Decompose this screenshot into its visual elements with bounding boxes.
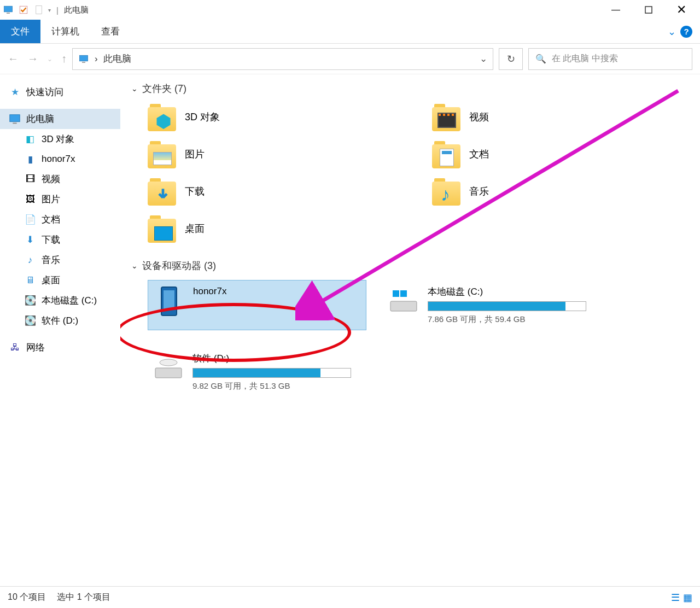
folder-icon: [148, 103, 176, 131]
svg-rect-7: [10, 114, 20, 121]
phone-icon: ▮: [24, 153, 36, 165]
titlebar: ▾ | 此电脑 — ✕: [0, 0, 700, 20]
svg-rect-15: [155, 368, 182, 378]
nav-history-dropdown-icon[interactable]: ⌄: [47, 55, 52, 63]
svg-rect-0: [4, 6, 13, 12]
svg-rect-11: [164, 290, 174, 310]
view-details-icon[interactable]: ☰: [671, 592, 680, 604]
sidebar-item-music[interactable]: ♪音乐: [0, 250, 120, 270]
svg-rect-12: [390, 301, 417, 311]
sidebar-item-pictures[interactable]: 🖼图片: [0, 189, 120, 209]
sidebar-item-label: 此电脑: [26, 113, 54, 125]
device-label: 本地磁盘 (C:): [428, 285, 618, 298]
section-title: 文件夹 (7): [142, 82, 186, 95]
section-devices-header[interactable]: ⌄ 设备和驱动器 (3): [131, 259, 695, 272]
navbar: ← → ⌄ ↑ › 此电脑 ⌄ ↻ 🔍 在 此电脑 中搜索: [0, 44, 700, 74]
help-icon[interactable]: ?: [680, 26, 692, 38]
folder-label: 桌面: [185, 222, 205, 235]
statusbar: 10 个项目 选中 1 个项目 ☰ ▦: [0, 586, 700, 608]
sidebar-item-label: 桌面: [42, 274, 60, 287]
cube-icon: ◧: [24, 133, 36, 145]
drive-usage-text: 9.82 GB 可用，共 51.3 GB: [192, 381, 361, 391]
document-icon: 📄: [24, 214, 36, 226]
svg-rect-6: [82, 62, 85, 63]
device-drive-d[interactable]: 软件 (D:) 9.82 GB 可用，共 51.3 GB: [148, 347, 366, 397]
doc-icon: [33, 5, 45, 15]
drive-usage-text: 7.86 GB 可用，共 59.4 GB: [428, 314, 618, 325]
sidebar-item-documents[interactable]: 📄文档: [0, 209, 120, 230]
window-title: 此电脑: [64, 5, 89, 15]
sidebar-this-pc[interactable]: 此电脑: [0, 109, 120, 129]
drive-usage-bar: [428, 301, 586, 311]
sidebar-item-drive-c[interactable]: 💽本地磁盘 (C:): [0, 290, 120, 311]
folder-icon: [432, 140, 460, 168]
phone-icon: [154, 286, 184, 317]
picture-icon: 🖼: [24, 194, 36, 206]
download-icon: ⬇: [24, 234, 36, 246]
sidebar-item-drive-d[interactable]: 💽软件 (D:): [0, 311, 120, 331]
pc-icon: [78, 54, 89, 64]
sidebar-quick-access[interactable]: ★ 快速访问: [0, 82, 120, 102]
device-drive-c[interactable]: 本地磁盘 (C:) 7.86 GB 可用，共 59.4 GB: [383, 280, 623, 330]
search-input[interactable]: 🔍 在 此电脑 中搜索: [528, 48, 692, 70]
folder-label: 3D 对象: [185, 110, 220, 124]
folder-icon: [148, 177, 176, 206]
minimize-button[interactable]: —: [599, 0, 632, 20]
device-label: honor7x: [193, 286, 360, 297]
close-button[interactable]: ✕: [665, 0, 698, 20]
view-icons-icon[interactable]: ▦: [683, 592, 692, 604]
desktop-icon: 🖥: [24, 274, 36, 287]
sidebar-item-downloads[interactable]: ⬇下载: [0, 230, 120, 250]
drive-icon: 💽: [24, 295, 36, 307]
search-icon: 🔍: [535, 54, 546, 64]
svg-rect-1: [7, 13, 10, 14]
sidebar-item-label: honor7x: [42, 154, 75, 165]
section-title: 设备和驱动器 (3): [142, 259, 216, 272]
sidebar-item-label: 视频: [42, 173, 60, 185]
sidebar-item-video[interactable]: 🎞视频: [0, 169, 120, 189]
folder-music[interactable]: ♪ 音乐: [432, 177, 695, 206]
music-icon: ♪: [24, 254, 36, 266]
folder-label: 图片: [185, 148, 205, 161]
nav-forward-icon[interactable]: →: [27, 52, 38, 65]
svg-rect-8: [13, 122, 16, 124]
folder-icon: ♪: [432, 177, 460, 206]
folder-downloads[interactable]: 下载: [148, 177, 410, 206]
folder-videos[interactable]: 视频: [432, 103, 695, 131]
section-folders-header[interactable]: ⌄ 文件夹 (7): [131, 82, 695, 95]
main-area: ⌄ 文件夹 (7) 3D 对象 视频 图片 文档 下载: [120, 74, 700, 586]
tab-view[interactable]: 查看: [90, 20, 131, 43]
folder-3d-objects[interactable]: 3D 对象: [148, 103, 410, 131]
checkbox-icon[interactable]: [18, 5, 30, 15]
sidebar-item-3d[interactable]: ◧3D 对象: [0, 129, 120, 149]
ribbon-tabs: 文件 计算机 查看 ⌄ ?: [0, 20, 700, 44]
sidebar-item-desktop[interactable]: 🖥桌面: [0, 270, 120, 290]
film-icon: 🎞: [24, 173, 36, 185]
sidebar-item-label: 文档: [42, 213, 60, 226]
breadcrumb-arrow: ›: [95, 54, 98, 65]
address-dropdown-icon[interactable]: ⌄: [480, 53, 487, 65]
monitor-icon: [9, 113, 21, 125]
sidebar-network[interactable]: 🖧网络: [0, 337, 120, 358]
folder-desktop[interactable]: 桌面: [148, 214, 410, 243]
device-label: 软件 (D:): [192, 352, 361, 365]
maximize-button[interactable]: [632, 0, 665, 20]
tab-file[interactable]: 文件: [0, 20, 40, 43]
tab-computer[interactable]: 计算机: [40, 20, 90, 43]
breadcrumb-this-pc[interactable]: 此电脑: [103, 52, 131, 65]
sidebar-item-label: 音乐: [42, 254, 60, 266]
network-icon: 🖧: [9, 342, 21, 354]
sidebar-item-label: 3D 对象: [42, 133, 74, 145]
device-phone-honor7x[interactable]: honor7x: [148, 280, 366, 330]
address-bar[interactable]: › 此电脑 ⌄: [72, 48, 493, 70]
nav-up-icon[interactable]: ↑: [61, 52, 67, 65]
folder-pictures[interactable]: 图片: [148, 140, 410, 168]
nav-back-icon[interactable]: ←: [8, 52, 19, 65]
sidebar-item-honor7x[interactable]: ▮honor7x: [0, 149, 120, 169]
drive-icon: [388, 285, 419, 316]
folder-documents[interactable]: 文档: [432, 140, 695, 168]
folder-icon: [148, 214, 176, 243]
refresh-button[interactable]: ↻: [499, 48, 523, 70]
qat-dropdown-icon[interactable]: ▾: [48, 7, 51, 13]
ribbon-collapse-icon[interactable]: ⌄: [668, 26, 676, 38]
